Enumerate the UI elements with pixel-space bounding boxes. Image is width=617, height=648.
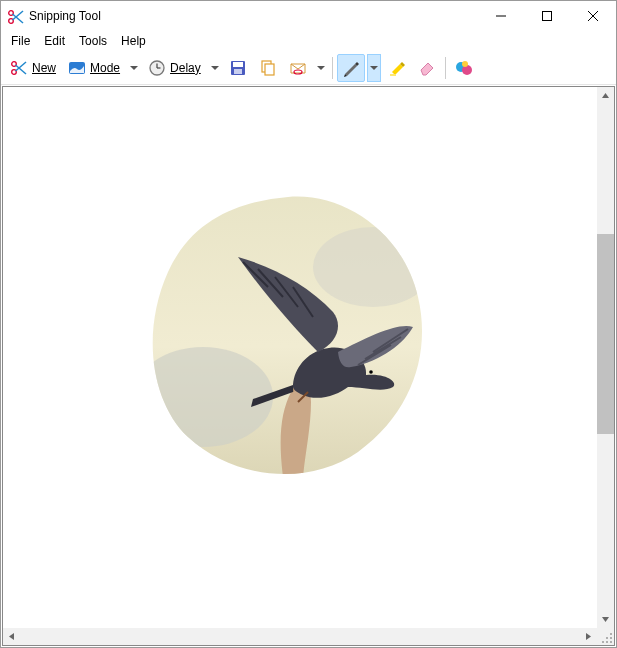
scroll-track[interactable] [597, 104, 614, 611]
highlighter-button[interactable] [383, 54, 411, 82]
menu-file[interactable]: File [5, 33, 36, 49]
svg-rect-16 [265, 64, 274, 75]
pen-dropdown[interactable] [367, 54, 381, 82]
mode-button-label: Mode [90, 61, 120, 75]
svg-rect-18 [390, 74, 396, 76]
svg-rect-14 [234, 69, 242, 74]
rectangle-mode-icon [68, 59, 86, 77]
new-button-label: New [32, 61, 56, 75]
chevron-down-icon [130, 66, 138, 70]
toolbar-separator [332, 57, 333, 79]
scroll-track[interactable] [20, 628, 580, 645]
maximize-button[interactable] [524, 1, 570, 31]
window-title: Snipping Tool [29, 9, 101, 23]
svg-point-27 [602, 641, 604, 643]
chevron-down-icon [317, 66, 325, 70]
svg-rect-13 [233, 62, 243, 67]
toolbar-separator [445, 57, 446, 79]
close-button[interactable] [570, 1, 616, 31]
svg-point-30 [606, 637, 608, 639]
paint-3d-button[interactable] [450, 54, 478, 82]
svg-point-32 [610, 633, 612, 635]
new-button[interactable]: New [5, 54, 61, 82]
chevron-down-icon [370, 66, 378, 70]
paint-3d-icon [455, 59, 473, 77]
pen-icon [342, 59, 360, 77]
svg-point-21 [462, 61, 468, 67]
highlighter-icon [388, 59, 406, 77]
delay-button-label: Delay [170, 61, 201, 75]
pen-button[interactable] [337, 54, 365, 82]
send-mail-icon [289, 59, 307, 77]
eraser-button[interactable] [413, 54, 441, 82]
mode-dropdown[interactable] [127, 54, 141, 82]
send-button[interactable] [284, 54, 312, 82]
save-icon [229, 59, 247, 77]
titlebar: Snipping Tool [1, 1, 616, 31]
scroll-down-arrow-icon[interactable] [597, 611, 614, 628]
chevron-down-icon [211, 66, 219, 70]
send-dropdown[interactable] [314, 54, 328, 82]
scroll-thumb[interactable] [597, 234, 614, 434]
scissors-icon [7, 8, 23, 24]
svg-rect-3 [543, 12, 552, 21]
save-button[interactable] [224, 54, 252, 82]
scroll-left-arrow-icon[interactable] [3, 628, 20, 645]
copy-icon [259, 59, 277, 77]
delay-dropdown[interactable] [208, 54, 222, 82]
copy-button[interactable] [254, 54, 282, 82]
horizontal-scrollbar[interactable] [3, 628, 597, 645]
svg-point-31 [610, 637, 612, 639]
svg-point-25 [369, 370, 373, 374]
menu-edit[interactable]: Edit [38, 33, 71, 49]
mode-button[interactable]: Mode [63, 54, 125, 82]
svg-point-24 [313, 227, 433, 307]
snip-content [143, 187, 433, 477]
menu-help[interactable]: Help [115, 33, 152, 49]
scroll-up-arrow-icon[interactable] [597, 87, 614, 104]
minimize-button[interactable] [478, 1, 524, 31]
clock-icon [148, 59, 166, 77]
menu-tools[interactable]: Tools [73, 33, 113, 49]
delay-button[interactable]: Delay [143, 54, 206, 82]
resize-grip[interactable] [597, 628, 614, 645]
eraser-icon [418, 59, 436, 77]
svg-point-29 [610, 641, 612, 643]
menu-bar: File Edit Tools Help [1, 31, 616, 51]
svg-point-28 [606, 641, 608, 643]
toolbar: New Mode Delay [1, 51, 616, 85]
snip-canvas[interactable] [2, 86, 615, 646]
scroll-right-arrow-icon[interactable] [580, 628, 597, 645]
scissors-icon [10, 59, 28, 77]
vertical-scrollbar[interactable] [597, 87, 614, 628]
